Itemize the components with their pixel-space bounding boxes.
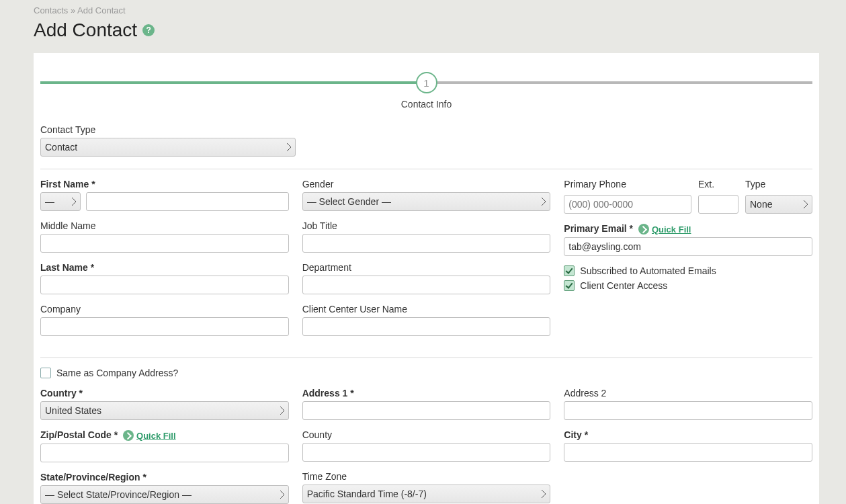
address2-label: Address 2	[564, 388, 812, 398]
client-username-input[interactable]	[302, 317, 551, 336]
breadcrumb-current: Add Contact	[77, 5, 126, 15]
contact-type-select[interactable]: Contact	[40, 138, 296, 157]
subscribed-label: Subscribed to Automated Emails	[580, 265, 716, 276]
ext-label: Ext.	[698, 179, 738, 190]
city-input[interactable]	[564, 443, 812, 462]
city-label: City *	[564, 429, 812, 440]
contact-type-label: Contact Type	[40, 124, 296, 135]
form-card: 1 Contact Info Contact Type Contact Firs…	[34, 53, 819, 504]
zip-label: Zip/Postal Code * Quick Fill	[40, 429, 289, 441]
section-divider	[40, 169, 812, 169]
quick-fill-icon	[638, 224, 649, 235]
job-title-label: Job Title	[302, 220, 551, 231]
last-name-input[interactable]	[40, 276, 289, 294]
email-input[interactable]	[564, 237, 812, 256]
quick-fill-icon	[123, 430, 134, 441]
country-label: Country *	[40, 388, 289, 398]
gender-label: Gender	[302, 179, 551, 190]
client-access-label: Client Center Access	[580, 280, 667, 291]
same-as-company-checkbox[interactable]	[40, 368, 51, 378]
client-username-label: Client Center User Name	[302, 304, 551, 314]
page-title: Add Contact	[34, 19, 137, 41]
state-select[interactable]: — Select State/Province/Region —	[40, 485, 289, 504]
timezone-label: Time Zone	[302, 471, 551, 482]
county-input[interactable]	[302, 443, 551, 462]
section-divider	[40, 358, 812, 358]
ext-input[interactable]	[698, 195, 738, 214]
breadcrumb-root[interactable]: Contacts	[34, 5, 68, 15]
middle-name-input[interactable]	[40, 234, 289, 253]
phone-input[interactable]	[564, 195, 691, 214]
email-label: Primary Email * Quick Fill	[564, 223, 812, 235]
job-title-input[interactable]	[302, 234, 551, 253]
step-circle: 1	[416, 72, 437, 93]
company-label: Company	[40, 304, 289, 314]
last-name-label: Last Name *	[40, 262, 289, 273]
stepper: 1	[40, 72, 812, 96]
name-prefix-select[interactable]: —	[40, 192, 81, 211]
department-label: Department	[302, 262, 551, 273]
department-input[interactable]	[302, 276, 551, 294]
email-quick-fill[interactable]: Quick Fill	[638, 224, 691, 235]
step-line-pending	[427, 81, 813, 84]
zip-quick-fill[interactable]: Quick Fill	[123, 430, 176, 441]
client-access-checkbox[interactable]	[564, 280, 575, 291]
zip-input[interactable]	[40, 444, 289, 462]
step-label: Contact Info	[40, 99, 812, 110]
timezone-select[interactable]: Pacific Standard Time (-8/-7)	[302, 485, 551, 503]
step-line-completed	[40, 81, 427, 84]
address1-input[interactable]	[302, 401, 551, 420]
middle-name-label: Middle Name	[40, 220, 289, 231]
address1-label: Address 1 *	[302, 388, 551, 398]
same-as-company-label: Same as Company Address?	[56, 368, 178, 378]
first-name-input[interactable]	[86, 192, 289, 211]
county-label: County	[302, 429, 551, 440]
subscribed-checkbox[interactable]	[564, 265, 575, 276]
company-input[interactable]	[40, 317, 289, 336]
phone-type-select[interactable]: None	[745, 195, 812, 214]
gender-select[interactable]: — Select Gender —	[302, 192, 551, 211]
phone-label: Primary Phone	[564, 179, 691, 190]
breadcrumb-sep: »	[71, 5, 75, 15]
phone-type-label: Type	[745, 179, 812, 190]
country-select[interactable]: United States	[40, 401, 289, 420]
help-icon[interactable]: ?	[142, 24, 155, 36]
address2-input[interactable]	[564, 401, 812, 420]
first-name-label: First Name *	[40, 179, 289, 190]
breadcrumb: Contacts » Add Contact	[34, 5, 819, 15]
state-label: State/Province/Region *	[40, 472, 289, 482]
